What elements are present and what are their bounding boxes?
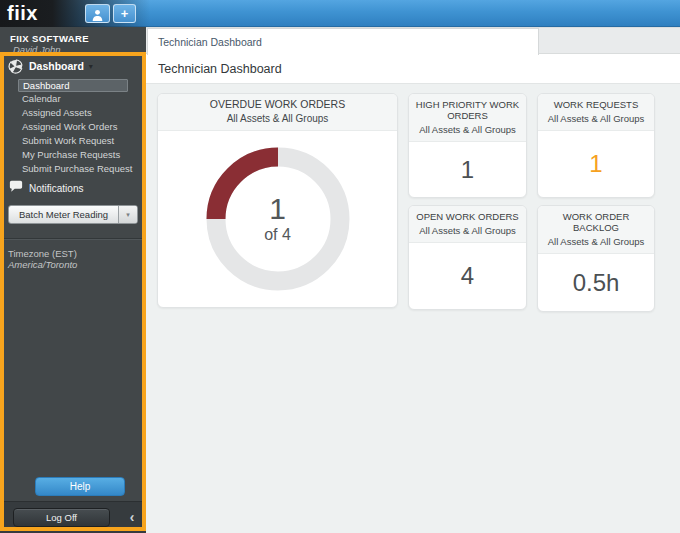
card-value: 1 xyxy=(589,150,602,178)
work-requests-card[interactable]: WORK REQUESTS All Assets & All Groups 1 xyxy=(537,93,655,198)
card-body: 0.5h xyxy=(538,254,654,311)
card-subtitle: All Assets & All Groups xyxy=(413,124,522,135)
sidebar-divider xyxy=(0,238,146,240)
page-title: Technician Dashboard xyxy=(146,54,680,84)
card-title: OPEN WORK ORDERS xyxy=(413,211,522,222)
donut-value: 1 xyxy=(269,194,286,224)
tab-bar: Technician Dashboard xyxy=(146,27,680,54)
timezone-block: Timezone (EST) America/Toronto xyxy=(8,248,77,270)
main-content: Technician Dashboard Technician Dashboar… xyxy=(146,27,680,533)
sidebar-bottom-bar: Log Off ‹ xyxy=(0,501,146,533)
help-button[interactable]: Help xyxy=(35,477,125,496)
card-header: WORK REQUESTS All Assets & All Groups xyxy=(538,94,654,131)
sidebar-item-calendar[interactable]: Calendar xyxy=(0,92,146,106)
sidebar-menu: Dashboard Calendar Assigned Assets Assig… xyxy=(0,79,146,176)
card-value: 4 xyxy=(461,262,474,290)
add-button[interactable]: + xyxy=(113,4,136,23)
card-subtitle: All Assets & All Groups xyxy=(542,236,650,247)
dashboard-section-dropdown[interactable]: Dashboard ▾ xyxy=(8,58,93,74)
card-header: WORK ORDER BACKLOG All Assets & All Grou… xyxy=(538,206,654,254)
batch-dropdown-toggle[interactable]: ▾ xyxy=(118,206,137,223)
open-work-orders-card[interactable]: OPEN WORK ORDERS All Assets & All Groups… xyxy=(408,205,527,310)
sidebar: FIIX SOFTWARE David John Dashboard ▾ Das… xyxy=(0,27,146,533)
donut-center-label: 1 of 4 xyxy=(199,140,357,298)
timezone-value: America/Toronto xyxy=(8,259,77,270)
sidebar-item-assigned-work-orders[interactable]: Assigned Work Orders xyxy=(0,120,146,134)
overdue-donut-chart: 1 of 4 xyxy=(199,140,357,298)
card-body: 1 of 4 xyxy=(158,131,397,307)
company-name: FIIX SOFTWARE xyxy=(10,33,89,44)
donut-total: of 4 xyxy=(264,226,291,244)
fiix-logo: fiix xyxy=(7,1,38,26)
person-icon xyxy=(90,5,105,22)
log-off-button[interactable]: Log Off xyxy=(13,508,110,527)
card-title: OVERDUE WORK ORDERS xyxy=(162,99,393,110)
card-title: HIGH PRIORITY WORK ORDERS xyxy=(413,99,522,121)
card-subtitle: All Assets & All Groups xyxy=(162,113,393,124)
dashboard-section-label: Dashboard xyxy=(29,60,84,72)
card-body: 4 xyxy=(409,243,526,309)
card-value: 0.5h xyxy=(573,269,620,297)
card-body: 1 xyxy=(409,142,526,197)
card-header: HIGH PRIORITY WORK ORDERS All Assets & A… xyxy=(409,94,526,142)
top-bar: fiix + xyxy=(0,0,680,27)
timezone-label: Timezone (EST) xyxy=(8,248,77,259)
plus-icon: + xyxy=(121,6,129,21)
pie-chart-icon xyxy=(8,59,23,74)
high-priority-work-orders-card[interactable]: HIGH PRIORITY WORK ORDERS All Assets & A… xyxy=(408,93,527,198)
card-subtitle: All Assets & All Groups xyxy=(413,225,522,236)
card-header: OVERDUE WORK ORDERS All Assets & All Gro… xyxy=(158,94,397,131)
notifications-item[interactable]: Notifications xyxy=(9,180,83,196)
speech-bubble-icon xyxy=(9,179,23,197)
sidebar-item-assigned-assets[interactable]: Assigned Assets xyxy=(0,106,146,120)
sidebar-item-submit-purchase-request[interactable]: Submit Purchase Request xyxy=(0,162,146,176)
sidebar-item-my-purchase-requests[interactable]: My Purchase Requests xyxy=(0,148,146,162)
sidebar-item-submit-work-request[interactable]: Submit Work Request xyxy=(0,134,146,148)
sidebar-item-dashboard[interactable]: Dashboard xyxy=(18,79,128,92)
chevron-down-icon: ▾ xyxy=(89,62,93,71)
card-body: 1 xyxy=(538,131,654,197)
user-account-button[interactable] xyxy=(85,4,110,23)
chevron-down-icon: ▾ xyxy=(126,211,130,218)
notifications-label: Notifications xyxy=(29,183,83,194)
collapse-sidebar-icon[interactable]: ‹ xyxy=(122,508,142,527)
overdue-work-orders-card[interactable]: OVERDUE WORK ORDERS All Assets & All Gro… xyxy=(157,93,398,308)
tab-technician-dashboard[interactable]: Technician Dashboard xyxy=(147,28,539,55)
work-order-backlog-card[interactable]: WORK ORDER BACKLOG All Assets & All Grou… xyxy=(537,205,655,312)
app-window: fiix + FIIX SOFTWARE David John xyxy=(0,0,680,533)
card-title: WORK REQUESTS xyxy=(542,99,650,110)
batch-meter-reading-button[interactable]: Batch Meter Reading ▾ xyxy=(8,205,138,224)
user-name: David John xyxy=(13,44,61,55)
card-title: WORK ORDER BACKLOG xyxy=(542,211,650,233)
batch-meter-reading-label[interactable]: Batch Meter Reading xyxy=(9,206,118,223)
card-subtitle: All Assets & All Groups xyxy=(542,113,650,124)
card-header: OPEN WORK ORDERS All Assets & All Groups xyxy=(409,206,526,243)
card-value: 1 xyxy=(461,156,474,184)
